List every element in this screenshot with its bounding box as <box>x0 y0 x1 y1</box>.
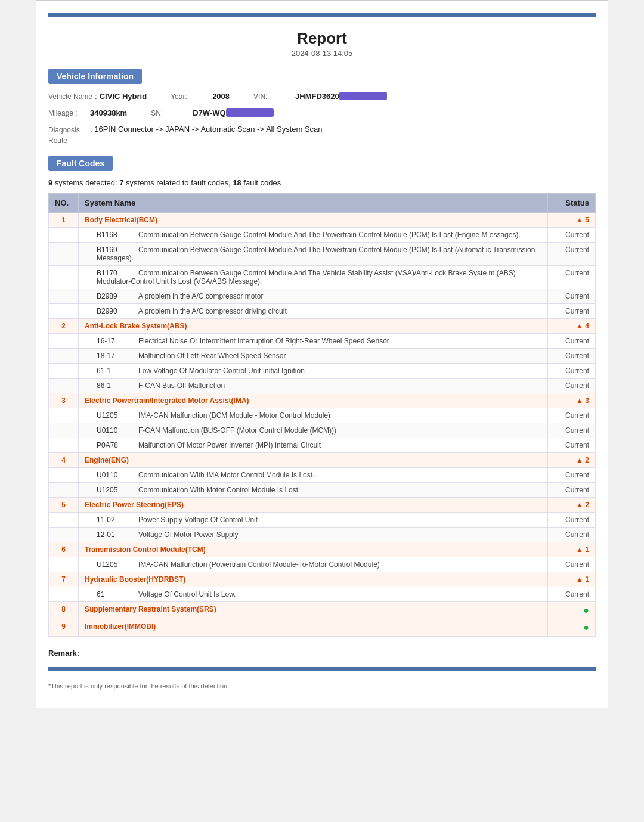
system-row: 4Engine(ENG)▲ 2 <box>49 453 596 468</box>
fault-description: IMA-CAN Malfunction (BCM Module - Motor … <box>132 411 330 420</box>
system-row: 7Hydraulic Booster(HYDRBST)▲ 1 <box>49 572 596 587</box>
fault-description: F-CAN Malfunction (BUS-OFF (Motor Contro… <box>132 426 336 435</box>
fault-code: 16-17Electrical Noise Or Intermittent In… <box>79 334 548 349</box>
sn-prefix: D7W-WQ <box>193 108 225 117</box>
fault-row: U0110Communication With IMA Motor Contro… <box>49 468 596 483</box>
system-status: ▲ 3 <box>548 393 596 408</box>
system-status: ▲ 1 <box>548 572 596 587</box>
report-date: 2024-08-13 14:05 <box>48 49 596 58</box>
year-label: Year: <box>171 91 212 102</box>
fault-code: U1205IMA-CAN Malfunction (Powertrain Con… <box>79 557 548 572</box>
fault-row: U0110F-CAN Malfunction (BUS-OFF (Motor C… <box>49 423 596 438</box>
fault-row: U1205IMA-CAN Malfunction (Powertrain Con… <box>49 557 596 572</box>
fault-status: Current <box>548 228 596 243</box>
col-system-name: System Name <box>79 194 548 213</box>
fault-row: 16-17Electrical Noise Or Intermittent In… <box>49 334 596 349</box>
fault-status: Current <box>548 528 596 542</box>
fault-code: U0110Communication With IMA Motor Contro… <box>79 468 548 483</box>
system-row: 8Supplementary Restraint System(SRS)● <box>49 602 596 619</box>
sn-redacted <box>226 108 274 117</box>
system-no: 7 <box>49 572 79 587</box>
vehicle-name-label: Vehicle Name <box>48 91 92 102</box>
vehicle-name-value: CIVIC Hybrid <box>100 92 147 101</box>
fault-description: Communication With IMA Motor Control Mod… <box>132 471 314 479</box>
system-no: 6 <box>49 542 79 557</box>
col-no: NO. <box>49 194 79 213</box>
footer-text: *This report is only responsible for the… <box>48 683 596 690</box>
fault-row: B1169Communication Between Gauge Control… <box>49 243 596 266</box>
fault-status: Current <box>548 438 596 453</box>
system-status: ● <box>548 619 596 637</box>
system-no: 8 <box>49 602 79 619</box>
col-status: Status <box>548 194 596 213</box>
system-status: ▲ 2 <box>548 498 596 513</box>
vehicle-information-header: Vehicle Information <box>48 69 142 84</box>
fault-code: B2990A problem in the A/C compressor dri… <box>79 304 548 319</box>
fault-code: B2989A problem in the A/C compressor mot… <box>79 289 548 304</box>
fault-row: B2989A problem in the A/C compressor mot… <box>49 289 596 304</box>
fault-status: Current <box>548 304 596 319</box>
mileage-label: Mileage : <box>48 108 90 119</box>
system-no: 4 <box>49 453 79 468</box>
fault-description: Voltage Of Motor Power Supply <box>132 531 238 539</box>
system-name: Supplementary Restraint System(SRS) <box>79 602 548 619</box>
system-status: ▲ 2 <box>548 453 596 468</box>
system-name: Electric Power Steering(EPS) <box>79 498 548 513</box>
fault-description: Malfunction Of Motor Power Inverter (MPI… <box>132 441 321 449</box>
fault-description: Voltage Of Control Unit Is Low. <box>132 590 236 598</box>
fault-description: Communication Between Gauge Control Modu… <box>97 269 516 286</box>
system-no: 5 <box>49 498 79 513</box>
fault-code: 12-01Voltage Of Motor Power Supply <box>79 528 548 542</box>
fault-description: Power Supply Voltage Of Control Unit <box>132 516 258 524</box>
system-no: 2 <box>49 319 79 334</box>
system-no: 3 <box>49 393 79 408</box>
fault-status: Current <box>548 408 596 423</box>
fault-description: Electrical Noise Or Intermittent Interru… <box>132 337 389 345</box>
fault-codes-section: Fault Codes 9 systems detected: 7 system… <box>48 156 596 637</box>
fault-status: Current <box>548 243 596 266</box>
fault-code: P0A78Malfunction Of Motor Power Inverter… <box>79 438 548 453</box>
remark-label: Remark: <box>48 649 79 657</box>
fault-status: Current <box>548 334 596 349</box>
fault-description: Low Voltage Of Modulator-Control Unit In… <box>132 367 305 375</box>
fault-code: 61Voltage Of Control Unit Is Low. <box>79 587 548 602</box>
fault-code: 18-17Malfunction Of Left-Rear Wheel Spee… <box>79 349 548 364</box>
fault-status: Current <box>548 379 596 393</box>
sn-label: SN: <box>151 108 193 119</box>
fault-row: 61-1Low Voltage Of Modulator-Control Uni… <box>49 364 596 379</box>
year-value: 2008 <box>212 92 230 101</box>
fault-row: B1170Communication Between Gauge Control… <box>49 266 596 289</box>
fault-code: B1170Communication Between Gauge Control… <box>79 266 548 289</box>
fault-row: 11-02Power Supply Voltage Of Control Uni… <box>49 513 596 528</box>
fault-row: P0A78Malfunction Of Motor Power Inverter… <box>49 438 596 453</box>
fault-status: Current <box>548 266 596 289</box>
diagnosis-value: : 16PIN Connector -> JAPAN -> Automatic … <box>90 125 323 146</box>
system-row: 1Body Electrical(BCM)▲ 5 <box>49 213 596 228</box>
system-status: ● <box>548 602 596 619</box>
system-row: 3Electric Powertrain/Integrated Motor As… <box>49 393 596 408</box>
vin-prefix: JHMFD3620 <box>295 92 339 101</box>
system-name: Engine(ENG) <box>79 453 548 468</box>
system-status: ▲ 1 <box>548 542 596 557</box>
fault-codes-header: Fault Codes <box>48 156 113 171</box>
fault-description: IMA-CAN Malfunction (Powertrain Control … <box>132 560 380 569</box>
fault-description: A problem in the A/C compressor motor <box>132 292 263 300</box>
system-row: 5Electric Power Steering(EPS)▲ 2 <box>49 498 596 513</box>
fault-row: B2990A problem in the A/C compressor dri… <box>49 304 596 319</box>
fault-code: U1205IMA-CAN Malfunction (BCM Module - M… <box>79 408 548 423</box>
fault-status: Current <box>548 364 596 379</box>
fault-row: 86-1F-CAN Bus-Off MalfunctionCurrent <box>49 379 596 393</box>
fault-description: Communication Between Gauge Control Modu… <box>97 246 535 262</box>
fault-codes-table: NO. System Name Status 1Body Electrical(… <box>48 193 596 637</box>
fault-status: Current <box>548 587 596 602</box>
fault-row: B1168Communication Between Gauge Control… <box>49 228 596 243</box>
fault-code: 11-02Power Supply Voltage Of Control Uni… <box>79 513 548 528</box>
fault-description: F-CAN Bus-Off Malfunction <box>132 381 225 390</box>
vin-label: VIN: <box>253 91 295 102</box>
fault-status: Current <box>548 423 596 438</box>
fault-code: 86-1F-CAN Bus-Off Malfunction <box>79 379 548 393</box>
system-row: 9Immobilizer(IMMOBI)● <box>49 619 596 637</box>
fault-code: B1168Communication Between Gauge Control… <box>79 228 548 243</box>
fault-code: 61-1Low Voltage Of Modulator-Control Uni… <box>79 364 548 379</box>
system-name: Hydraulic Booster(HYDRBST) <box>79 572 548 587</box>
